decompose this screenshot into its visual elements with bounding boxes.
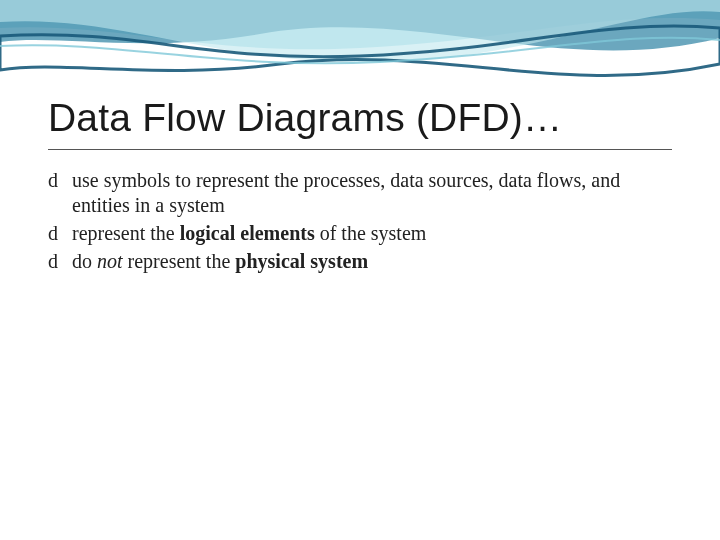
bullet-list: d use symbols to represent the processes… — [48, 168, 672, 274]
bullet-bold: logical elements — [180, 222, 315, 244]
title-divider — [48, 149, 672, 150]
list-item: d do not represent the physical system — [48, 249, 672, 275]
bullet-text: of the system — [315, 222, 427, 244]
bullet-bold: physical system — [235, 250, 368, 272]
bullet-glyph-icon: d — [48, 168, 58, 194]
bullet-glyph-icon: d — [48, 221, 58, 247]
slide-content: Data Flow Diagrams (DFD)… d use symbols … — [48, 96, 672, 276]
bullet-text: represent the — [123, 250, 236, 272]
list-item: d use symbols to represent the processes… — [48, 168, 672, 219]
bullet-text: do — [72, 250, 97, 272]
slide-title: Data Flow Diagrams (DFD)… — [48, 96, 672, 141]
bullet-italic: not — [97, 250, 123, 272]
list-item: d represent the logical elements of the … — [48, 221, 672, 247]
bullet-glyph-icon: d — [48, 249, 58, 275]
decorative-wave-banner — [0, 0, 720, 90]
bullet-text: use symbols to represent the processes, … — [72, 169, 620, 217]
bullet-text: represent the — [72, 222, 180, 244]
